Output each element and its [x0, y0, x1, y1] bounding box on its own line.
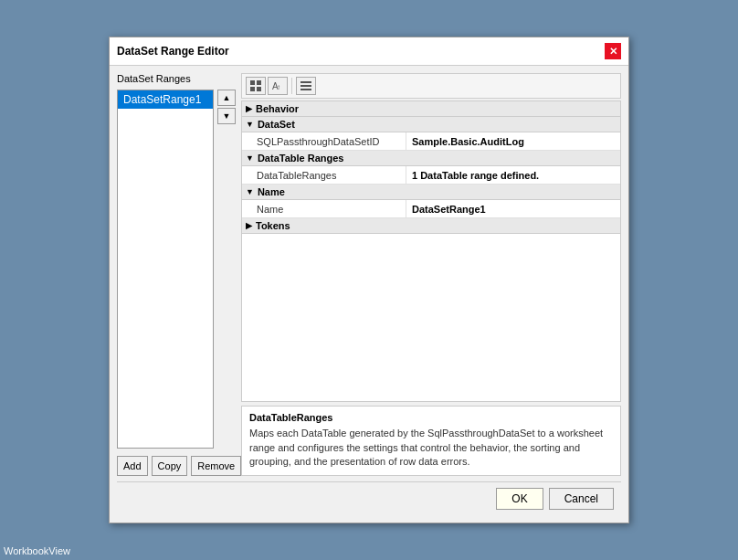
- sort-button[interactable]: A ↑: [268, 77, 288, 95]
- prop-row-sqldatasetid: SQLPassthroughDataSetID Sample.Basic.Aud…: [242, 132, 620, 151]
- section-tokens[interactable]: ▶ Tokens: [242, 218, 620, 234]
- section-name-label: Name: [258, 186, 285, 197]
- section-behavior[interactable]: ▶ Behavior: [242, 101, 620, 117]
- section-name[interactable]: ▼ Name: [242, 185, 620, 200]
- dialog-body: DataSet Ranges DataSetRange1 ▲ ▼ Add Cop…: [110, 66, 628, 522]
- svg-rect-0: [250, 80, 255, 85]
- prop-row-datatableranges: DataTableRanges 1 DataTable range define…: [242, 166, 620, 185]
- svg-rect-6: [300, 81, 311, 83]
- description-title: DataTableRanges: [249, 412, 613, 423]
- workbook-view-label: WorkbookView: [4, 545, 70, 556]
- svg-text:↑: ↑: [277, 83, 280, 91]
- filter-button[interactable]: [296, 77, 316, 95]
- move-down-button[interactable]: ▼: [217, 108, 236, 124]
- chevron-down-icon-2: ▼: [246, 153, 254, 163]
- left-panel: DataSet Ranges DataSetRange1 ▲ ▼ Add Cop…: [117, 73, 236, 475]
- close-button[interactable]: ✕: [605, 43, 621, 59]
- remove-button[interactable]: Remove: [191, 456, 241, 476]
- left-action-buttons: Add Copy Remove: [117, 456, 236, 476]
- svg-rect-3: [257, 87, 261, 91]
- updown-buttons: ▲ ▼: [217, 90, 236, 448]
- toolbar-separator: [291, 78, 292, 94]
- section-behavior-label: Behavior: [256, 103, 299, 114]
- section-dataset[interactable]: ▼ DataSet: [242, 117, 620, 132]
- property-table: ▶ Behavior ▼ DataSet SQLPassthroughDataS…: [241, 100, 621, 402]
- section-datatable-ranges-label: DataTable Ranges: [258, 153, 344, 164]
- prop-value-sqldatasetid[interactable]: Sample.Basic.AuditLog: [406, 132, 620, 150]
- chevron-down-icon-3: ▼: [246, 187, 254, 196]
- dataset-ranges-list[interactable]: DataSetRange1: [117, 90, 214, 448]
- dialog-title: DataSet Range Editor: [117, 45, 229, 58]
- move-up-button[interactable]: ▲: [217, 90, 236, 106]
- description-area: DataTableRanges Maps each DataTable gene…: [241, 406, 621, 475]
- prop-row-name: Name DataSetRange1: [242, 200, 620, 218]
- title-bar: DataSet Range Editor ✕: [110, 37, 628, 66]
- prop-value-datatableranges[interactable]: 1 DataTable range defined.: [406, 166, 620, 184]
- add-button[interactable]: Add: [117, 456, 148, 476]
- svg-rect-2: [250, 87, 255, 91]
- grid-view-button[interactable]: [246, 77, 266, 95]
- svg-rect-1: [257, 80, 261, 85]
- bottom-buttons: OK Cancel: [117, 481, 621, 515]
- dataset-range-editor-dialog: DataSet Range Editor ✕ DataSet Ranges Da…: [109, 37, 629, 523]
- section-dataset-label: DataSet: [258, 119, 295, 130]
- section-datatable-ranges[interactable]: ▼ DataTable Ranges: [242, 151, 620, 166]
- list-item[interactable]: DataSetRange1: [118, 90, 213, 109]
- chevron-right-icon-2: ▶: [246, 221, 252, 230]
- property-toolbar: A ↑: [241, 73, 621, 99]
- main-area: DataSet Ranges DataSetRange1 ▲ ▼ Add Cop…: [117, 73, 621, 475]
- prop-key-sqldatasetid: SQLPassthroughDataSetID: [242, 132, 406, 150]
- section-tokens-label: Tokens: [256, 220, 290, 231]
- chevron-down-icon: ▼: [246, 120, 254, 129]
- svg-rect-7: [300, 85, 311, 87]
- prop-key-datatableranges: DataTableRanges: [242, 166, 406, 184]
- left-panel-label: DataSet Ranges: [117, 73, 236, 84]
- prop-key-name: Name: [242, 200, 406, 217]
- right-panel: A ↑: [241, 73, 621, 475]
- prop-value-name[interactable]: DataSetRange1: [406, 200, 620, 217]
- chevron-right-icon: ▶: [246, 104, 252, 113]
- cancel-button[interactable]: Cancel: [549, 488, 614, 510]
- copy-button[interactable]: Copy: [152, 456, 188, 476]
- description-text: Maps each DataTable generated by the Sql…: [249, 427, 613, 469]
- ok-button[interactable]: OK: [496, 488, 543, 510]
- svg-rect-8: [300, 89, 311, 90]
